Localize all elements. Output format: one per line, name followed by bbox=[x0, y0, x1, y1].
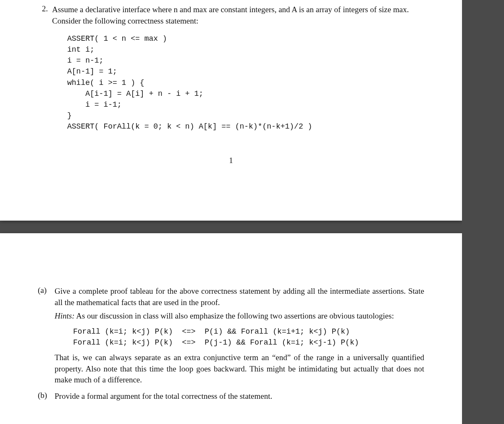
page-number: 1 bbox=[0, 156, 462, 165]
code-block: ASSERT( 1 < n <= max ) int i; i = n-1; A… bbox=[67, 33, 424, 132]
document-page-1: 2. Assume a declarative interface where … bbox=[0, 0, 462, 221]
subpart-a-label: (a) bbox=[38, 286, 50, 388]
problem-2: 2. Assume a declarative interface where … bbox=[38, 4, 424, 132]
problem-number: 2. bbox=[38, 4, 48, 132]
subpart-b: (b) Provide a formal argument for the to… bbox=[38, 391, 424, 405]
subparts-list: (a) Give a complete proof tableau for th… bbox=[38, 286, 424, 404]
tautology-code: Forall (k=i; k<j) P(k) <=> P(i) && Foral… bbox=[73, 326, 424, 348]
problem-body: Assume a declarative interface where n a… bbox=[52, 4, 424, 132]
subpart-a: (a) Give a complete proof tableau for th… bbox=[38, 286, 424, 388]
subpart-a-p1: Give a complete proof tableau for the ab… bbox=[55, 286, 424, 308]
hints-label: Hints: bbox=[55, 311, 75, 320]
subpart-b-label: (b) bbox=[38, 391, 50, 405]
document-page-2: (a) Give a complete proof tableau for th… bbox=[0, 233, 462, 424]
problem-intro: Assume a declarative interface where n a… bbox=[52, 4, 424, 26]
hints-text: As our discussion in class will also emp… bbox=[75, 311, 394, 320]
viewer-gutter bbox=[462, 0, 504, 424]
pdf-viewer: 2. Assume a declarative interface where … bbox=[0, 0, 462, 424]
subpart-b-body: Provide a formal argument for the total … bbox=[55, 391, 424, 405]
subpart-a-hints: Hints: As our discussion in class will a… bbox=[55, 311, 424, 322]
subpart-a-body: Give a complete proof tableau for the ab… bbox=[55, 286, 424, 388]
subpart-b-text: Provide a formal argument for the total … bbox=[55, 391, 424, 402]
subpart-a-p3: That is, we can always separate as an ex… bbox=[55, 352, 424, 386]
